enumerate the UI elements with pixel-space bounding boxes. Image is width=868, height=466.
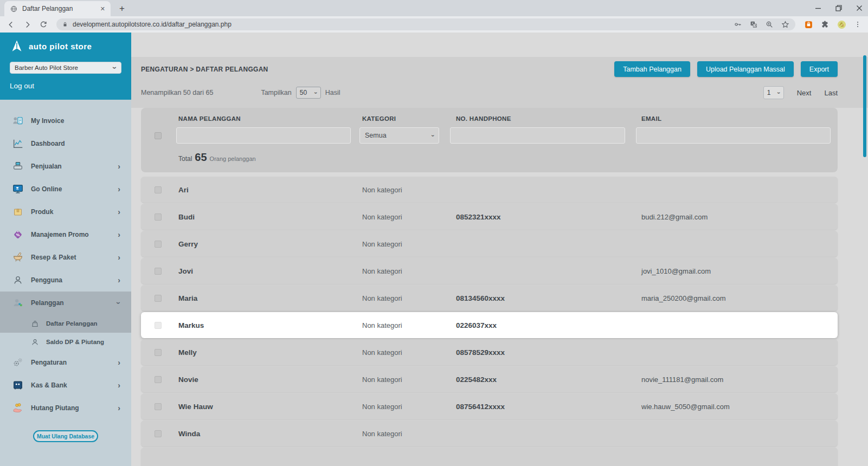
- orange-extension-icon[interactable]: [804, 20, 813, 29]
- sidebar-item-produk[interactable]: Produk›: [0, 200, 131, 223]
- new-tab-button[interactable]: +: [115, 2, 129, 16]
- table-row[interactable]: BudiNon kategori0852321xxxxbudi.212@gmai…: [141, 204, 838, 230]
- page-select[interactable]: 1 ›: [763, 86, 784, 99]
- customer-name-cell: Budi: [175, 213, 359, 221]
- filter-kategori-select[interactable]: Semua ›: [359, 127, 439, 144]
- sidebar-subitem-daftar-pelanggan[interactable]: Daftar Pelanggan: [0, 314, 131, 333]
- chevron-right-icon: ›: [118, 276, 120, 284]
- translate-icon[interactable]: [749, 20, 758, 29]
- chevron-down-icon: ›: [112, 67, 119, 69]
- reload-database-button[interactable]: Muat Ulang Database: [33, 430, 98, 442]
- row-checkbox[interactable]: [155, 403, 162, 410]
- chevron-down-icon: ›: [115, 302, 123, 305]
- page-value: 1: [767, 89, 771, 96]
- chevron-right-icon: ›: [118, 359, 120, 366]
- tambah-pelanggan-button[interactable]: Tambah Pelanggan: [614, 61, 690, 77]
- sidebar-item-pengguna[interactable]: Pengguna›: [0, 269, 131, 292]
- sidebar-item-my-invoice[interactable]: My Invoice: [0, 109, 131, 132]
- select-all-checkbox[interactable]: [155, 132, 162, 139]
- table-row[interactable]: AriNon kategori: [141, 177, 838, 203]
- bookmark-star-icon[interactable]: [781, 20, 790, 29]
- table-row[interactable]: JoviNon kategorijovi_1010@gmail.com: [141, 258, 838, 284]
- sidebar: auto pilot store Barber Auto Pilot Store…: [0, 33, 131, 466]
- browser-tab[interactable]: Daftar Pelanggan ✕: [4, 1, 111, 16]
- customer-phone-cell: 0225482xxx: [450, 376, 636, 384]
- row-checkbox[interactable]: [155, 295, 162, 302]
- pagination-next[interactable]: Next: [797, 89, 812, 97]
- chevron-right-icon: ›: [118, 404, 120, 412]
- column-header-kategori: KATEGORI: [359, 115, 450, 122]
- export-button[interactable]: Export: [801, 61, 838, 77]
- chevron-right-icon: ›: [118, 185, 120, 193]
- window-restore-button[interactable]: [835, 5, 842, 11]
- page-size-select[interactable]: 50 ›: [296, 87, 321, 99]
- back-button-icon[interactable]: [4, 18, 17, 31]
- window-minimize-button[interactable]: [815, 5, 821, 11]
- tab-title: Daftar Pelanggan: [22, 5, 96, 12]
- page-scrollbar-thumb[interactable]: [863, 55, 866, 157]
- customer-phone-cell: 08134560xxxx: [450, 294, 636, 302]
- table-row[interactable]: NovieNon kategori0225482xxxnovie_111181@…: [141, 366, 838, 392]
- table-row[interactable]: [141, 448, 838, 466]
- customer-name-cell: Jovi: [175, 267, 359, 275]
- chevron-right-icon: ›: [118, 231, 120, 238]
- filter-handphone-input[interactable]: [450, 127, 625, 144]
- sidebar-item-hutang-piutang[interactable]: Hutang Piutang›: [0, 397, 131, 419]
- table-row[interactable]: MariaNon kategori08134560xxxxmaria_25020…: [141, 285, 838, 311]
- user-icon: [12, 274, 24, 286]
- address-bar[interactable]: development.autopilotstore.co.id/daftar_…: [56, 18, 795, 30]
- row-checkbox[interactable]: [155, 241, 162, 248]
- window-close-button[interactable]: [856, 5, 863, 11]
- row-checkbox[interactable]: [155, 186, 162, 193]
- sidebar-item-dashboard[interactable]: Dashboard: [0, 132, 131, 155]
- store-selector[interactable]: Barber Auto Pilot Store ›: [10, 62, 121, 74]
- bag-icon: [30, 319, 40, 328]
- refresh-button-icon[interactable]: [37, 18, 50, 31]
- customer-phone-cell: 0226037xxx: [450, 321, 636, 329]
- sidebar-item-manajemen-promo[interactable]: Manajemen Promo›: [0, 223, 131, 246]
- filter-email-input[interactable]: [636, 127, 831, 144]
- zoom-icon[interactable]: [765, 20, 774, 29]
- sidebar-item-pelanggan[interactable]: Pelanggan›: [0, 292, 131, 314]
- sidebar-item-go-online[interactable]: Go Online›: [0, 178, 131, 200]
- password-key-icon[interactable]: [734, 20, 742, 29]
- autopilot-logo-icon: [10, 39, 24, 53]
- table-row[interactable]: GerryNon kategori: [141, 231, 838, 257]
- customer-email-cell: wie.hauw_5050@gmail.com: [636, 403, 838, 411]
- customer-kategori-cell: Non kategori: [359, 240, 450, 248]
- customer-name-cell: Ari: [175, 186, 359, 194]
- filter-nama-input[interactable]: [176, 127, 351, 144]
- table-row[interactable]: MellyNon kategori08578529xxxx: [141, 339, 838, 365]
- main-content: PENGATURAN > DAFTAR PELANGGAN Tambah Pel…: [131, 33, 868, 466]
- forward-button-icon[interactable]: [21, 18, 34, 31]
- pagination-last[interactable]: Last: [824, 89, 838, 97]
- sidebar-item-penjualan[interactable]: Penjualan›: [0, 155, 131, 178]
- sidebar-item-kas-bank[interactable]: Kas & Bank›: [0, 374, 131, 397]
- table-row[interactable]: MarkusNon kategori0226037xxx: [141, 312, 838, 338]
- sidebar-item-resep-paket[interactable]: Resep & Paket›: [0, 246, 131, 269]
- sidebar-subitem-saldo-dp-piutang[interactable]: Saldo DP & Piutang: [0, 333, 131, 351]
- tab-close-icon[interactable]: ✕: [100, 5, 105, 12]
- row-checkbox[interactable]: [155, 376, 162, 383]
- table-row[interactable]: Wie HauwNon kategori08756412xxxxwie.hauw…: [141, 393, 838, 419]
- sidebar-item-pengaturan[interactable]: Pengaturan›: [0, 351, 131, 374]
- online-icon: [12, 183, 24, 195]
- sidebar-item-label: Produk: [31, 208, 118, 216]
- row-checkbox[interactable]: [155, 430, 162, 437]
- customer-email-cell: maria_250200@gmail.com: [636, 294, 838, 302]
- column-header-email: EMAIL: [636, 115, 838, 122]
- logout-link[interactable]: Log out: [10, 82, 121, 90]
- extensions-puzzle-icon[interactable]: [820, 20, 830, 29]
- chevron-right-icon: ›: [118, 254, 120, 261]
- row-checkbox[interactable]: [155, 322, 162, 329]
- row-checkbox[interactable]: [155, 349, 162, 356]
- customer-email-cell: novie_111181@gmail.com: [636, 376, 838, 384]
- total-count: 65: [195, 151, 207, 164]
- browser-menu-icon[interactable]: [854, 20, 861, 29]
- row-checkbox[interactable]: [155, 213, 162, 221]
- pagination: 1 › Next Last: [763, 86, 838, 99]
- profile-avatar[interactable]: [837, 20, 847, 30]
- table-row[interactable]: WindaNon kategori: [141, 420, 838, 446]
- upload-pelanggan-massal-button[interactable]: Upload Pelanggan Massal: [697, 61, 794, 77]
- row-checkbox[interactable]: [155, 268, 162, 275]
